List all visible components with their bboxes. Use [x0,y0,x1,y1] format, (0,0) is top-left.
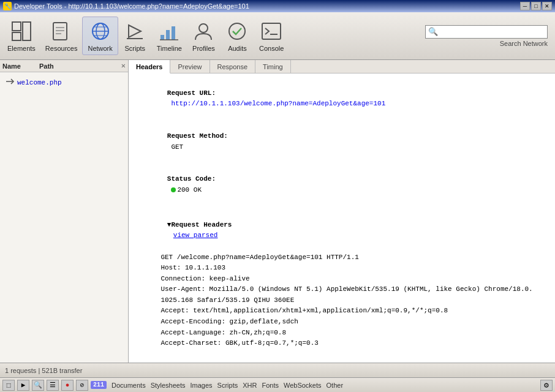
search-wrapper: 🔍 [425,25,548,39]
play-button[interactable]: ▶ [17,380,29,391]
tool-elements[interactable]: Elements [2,17,40,55]
svg-point-19 [229,23,245,39]
list-item[interactable]: welcome.php [2,75,126,90]
elements-label: Elements [7,45,36,52]
filter-images[interactable]: Images [191,382,213,389]
clear-button[interactable]: ⊘ [76,380,88,391]
filter-stylesheets[interactable]: Stylesheets [151,382,186,389]
req-header-5: Accept: text/html,application/xhtml+xml,… [145,306,549,317]
scripts-icon [123,20,146,43]
tool-resources[interactable]: Resources [40,17,83,55]
filter-other[interactable]: Other [327,382,344,389]
search-button[interactable]: 🔍 [32,380,44,391]
file-list: welcome.php [0,72,128,92]
tool-profiles[interactable]: Profiles [187,17,221,55]
resources-icon [50,20,73,43]
tab-headers[interactable]: Headers [129,60,170,74]
filter-fonts[interactable]: Fonts [262,382,279,389]
search-input[interactable] [438,28,545,36]
filter-websockets[interactable]: WebSockets [284,382,322,389]
svg-point-18 [199,24,208,32]
audits-label: Audits [228,45,247,52]
svg-rect-15 [166,30,170,40]
request-method-label: Request Method: [167,132,228,140]
stop-button[interactable]: ⬚ [2,380,15,391]
svg-rect-1 [12,32,21,40]
svg-rect-14 [160,35,164,40]
left-panel: Name Path ✕ welcome.php [0,60,129,363]
req-header-3: User-Agent: Mozilla/5.0 (Windows NT 5.1)… [145,284,549,295]
left-header-labels: Name Path [2,62,54,70]
status-code-label: Status Code: [167,175,216,183]
filter-labels: Documents Stylesheets Images Scripts XHR… [111,382,343,389]
left-panel-header: Name Path ✕ [0,60,128,72]
bottom-bar: ⬚ ▶ 🔍 ☰ ● ⊘ 211 Documents Stylesheets Im… [0,377,555,392]
filter-documents[interactable]: Documents [111,382,146,389]
filter-badge: 211 [91,381,107,389]
req-header-4: 1025.168 Safari/535.19 QIHU 360EE [145,295,549,306]
svg-marker-12 [129,25,141,37]
tab-preview[interactable]: Preview [170,60,210,73]
resources-label: Resources [45,45,78,52]
svg-rect-16 [172,26,175,40]
req-header-1: Host: 10.1.1.103 [145,263,549,274]
request-url-value: http://10.1.1.103/welcome.php?name=Adepl… [167,100,385,107]
tool-network[interactable]: Network [82,17,118,55]
window-title: Developer Tools - http://10.1.1.103/welc… [14,2,249,10]
req-header-0: GET /welcome.php?name=AdeployGet&age=101… [145,252,549,263]
req-header-2: Connection: keep-alive [145,274,549,285]
search-area: 🔍 Search Network [425,25,553,47]
title-left: 🔧 Developer Tools - http://10.1.1.103/we… [3,2,249,10]
profiles-label: Profiles [192,45,215,52]
toolbar: Elements Resources Network [0,12,555,60]
tab-timing[interactable]: Timing [255,60,291,73]
close-button[interactable]: ✕ [542,2,552,10]
window-controls: ─ □ ✕ [520,2,552,10]
right-panel: Headers Preview Response Timing Request … [129,60,555,363]
main-layout: Name Path ✕ welcome.php Headers [0,60,555,363]
request-headers-section: ▼Request Headers view parsed [135,209,549,252]
console-label: Console [259,45,284,52]
tool-timeline[interactable]: Timeline [152,17,187,55]
request-headers-list: GET /welcome.php?name=AdeployGet&age=101… [135,252,549,349]
list-button[interactable]: ☰ [47,380,59,391]
maximize-button[interactable]: □ [531,2,541,10]
profiles-icon [192,20,215,43]
svg-rect-0 [12,22,21,31]
query-params-section: ▼Query String Parameters view URL encode… [135,352,549,363]
name-header: Name [2,62,21,70]
request-method-value: GET [167,143,183,151]
search-icon: 🔍 [428,27,438,37]
timeline-label: Timeline [157,45,182,52]
app-icon: 🔧 [3,2,12,10]
record-button[interactable]: ● [61,380,74,391]
search-label: Search Network [500,40,548,47]
left-close-button[interactable]: ✕ [121,61,126,70]
req-header-8: Accept-Charset: GBK,utf-8;q=0.7,*;q=0.3 [145,338,549,349]
title-bar: 🔧 Developer Tools - http://10.1.1.103/we… [0,0,555,12]
scripts-label: Scripts [124,45,145,52]
tool-console[interactable]: Console [254,17,289,55]
status-code-line: Status Code: 200 OK [135,164,549,206]
view-parsed-link[interactable]: view parsed [173,232,218,239]
path-header: Path [39,62,54,70]
settings-button[interactable]: ⚙ [540,380,553,391]
audits-icon [225,20,249,43]
status-text: 1 requests | 521B transfer [5,367,82,374]
minimize-button[interactable]: ─ [520,2,530,10]
request-method-line: Request Method: GET [135,120,549,163]
console-icon [260,20,283,43]
filter-xhr[interactable]: XHR [243,382,257,389]
tab-response[interactable]: Response [210,60,256,73]
network-icon [89,20,112,43]
svg-rect-3 [53,23,67,40]
status-dot-icon [171,187,176,192]
tool-audits[interactable]: Audits [221,17,254,55]
filter-scripts[interactable]: Scripts [217,382,238,389]
elements-icon [10,20,33,43]
file-name: welcome.php [17,79,62,86]
request-headers-label: ▼Request Headers [167,221,232,228]
request-url-line: Request URL: http://10.1.1.103/welcome.p… [135,77,549,120]
tool-scripts[interactable]: Scripts [118,17,152,55]
svg-rect-20 [262,23,281,39]
